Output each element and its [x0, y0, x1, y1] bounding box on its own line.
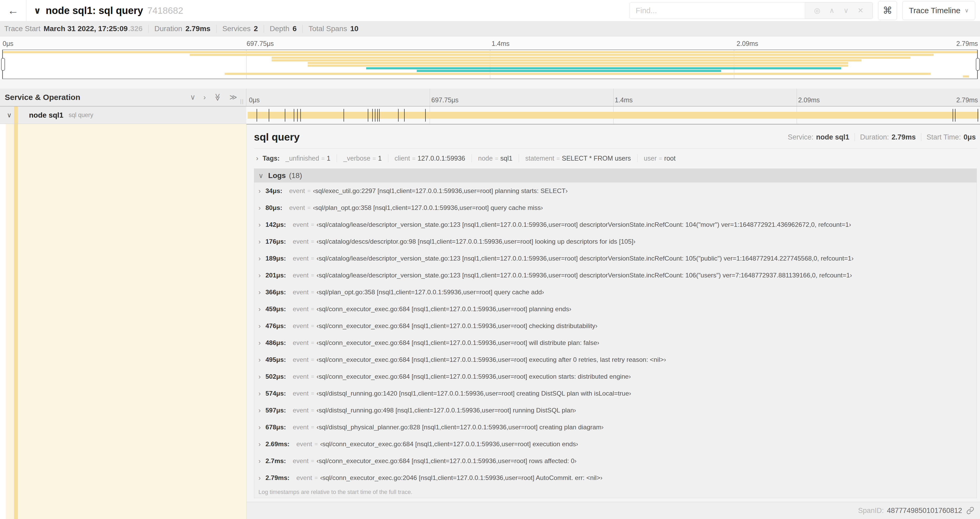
trace-collapse-icon[interactable]: ∨	[34, 5, 41, 16]
log-row[interactable]: ›459μs:event=‹sql/conn_executor_exec.go:…	[254, 301, 977, 318]
back-arrow-icon: ←	[8, 4, 19, 17]
log-equals: =	[311, 356, 314, 363]
tag-equals: =	[372, 155, 376, 162]
minimap-right-scrubber[interactable]	[977, 50, 978, 78]
log-field-name: event	[293, 356, 309, 363]
minimap-left-scrubber[interactable]	[2, 50, 3, 78]
collapse-all-icon[interactable]: ≫	[214, 93, 221, 101]
find-group: ◎ ∧ ∨ ✕	[630, 2, 873, 19]
tag-key: _verbose	[343, 155, 371, 162]
log-event-tick	[425, 109, 426, 121]
span-row-label[interactable]: ∨ node sql1 sql query	[0, 107, 246, 124]
log-row[interactable]: ›597μs:event=‹sql/distsql_running.go:498…	[254, 402, 977, 419]
log-message: ‹sql/conn_executor_exec.go:2046 [nsql1,c…	[320, 474, 603, 482]
logs-header[interactable]: ∨ Logs (18)	[254, 169, 977, 182]
span-row-track[interactable]	[246, 107, 980, 124]
log-equals: =	[311, 390, 314, 397]
next-match-icon[interactable]: ∨	[843, 6, 848, 15]
collapse-one-icon[interactable]: ∨	[190, 94, 196, 101]
log-row[interactable]: ›2.69ms:event=‹sql/conn_executor_exec.go…	[254, 436, 977, 452]
keyboard-shortcuts-button[interactable]: ⌘	[878, 1, 897, 20]
chevron-right-icon: ›	[258, 323, 261, 329]
log-row[interactable]: ›189μs:event=‹sql/catalog/lease/descript…	[254, 250, 977, 267]
service-operation-header: Service & Operation	[5, 93, 80, 102]
log-row[interactable]: ›574μs:event=‹sql/distsql_running.go:142…	[254, 385, 977, 402]
view-select-label: Trace Timeline	[909, 6, 961, 15]
span-tag[interactable]: statement=SELECT * FROM users	[525, 155, 631, 162]
log-row[interactable]: ›2.79ms:event=‹sql/conn_executor_exec.go…	[254, 469, 977, 486]
tags-row[interactable]: › Tags: _unfinished=1_verbose=1client=12…	[254, 154, 977, 162]
clear-find-icon[interactable]: ✕	[858, 6, 864, 15]
separator	[264, 25, 264, 33]
tag-value: SELECT * FROM users	[562, 155, 631, 162]
log-message: ‹sql/catalog/lease/descriptor_version_st…	[317, 221, 851, 228]
chevron-down-icon[interactable]: ∨	[7, 111, 11, 119]
log-message: ‹sql/conn_executor_exec.go:684 [nsql1,cl…	[317, 339, 599, 347]
locate-icon[interactable]: ◎	[814, 6, 820, 15]
ruler-tick-label: 2.09ms	[737, 40, 758, 48]
scrubber-grip[interactable]	[1, 58, 5, 71]
chevron-right-icon: ›	[258, 255, 261, 262]
tag-value: 127.0.0.1:59936	[418, 155, 465, 162]
log-row[interactable]: ›495μs:event=‹sql/conn_executor_exec.go:…	[254, 351, 977, 368]
trace-summary-bar: Trace StartMarch 31 2022, 17:25:09.326Du…	[0, 21, 980, 37]
expand-one-icon[interactable]: ›	[204, 94, 206, 101]
scrubber-grip[interactable]	[976, 58, 980, 71]
gridline	[797, 89, 797, 106]
log-message: ‹sql/conn_executor_exec.go:684 [nsql1,cl…	[320, 441, 578, 448]
log-row[interactable]: ›678μs:event=‹sql/distsql_physical_plann…	[254, 419, 977, 436]
log-timestamp: 476μs:	[266, 322, 286, 330]
log-timestamp: 366μs:	[266, 289, 286, 296]
tag-key: user	[644, 155, 657, 162]
log-timestamp: 486μs:	[266, 339, 286, 347]
minimap-ruler: 0μs697.75μs1.4ms2.09ms2.79ms	[0, 37, 980, 50]
span-tag[interactable]: _verbose=1	[343, 155, 382, 162]
span-tag[interactable]: client=127.0.0.1:59936	[395, 155, 465, 162]
log-timestamp: 201μs:	[266, 271, 286, 279]
log-field-name: event	[293, 255, 309, 262]
column-resize-grip[interactable]: ||	[240, 98, 244, 104]
view-select-button[interactable]: Trace Timeline ∨	[902, 1, 975, 20]
log-timestamp: 2.7ms:	[266, 457, 286, 465]
expand-all-icon[interactable]: ≫	[229, 94, 237, 101]
log-row[interactable]: ›142μs:event=‹sql/catalog/lease/descript…	[254, 216, 977, 233]
gridline	[613, 89, 614, 106]
span-detail-panel: sql query Service: node sql1 Duration: 2…	[246, 124, 980, 519]
timeline-collapse-controls: ∨ › ≫ ≫	[190, 94, 246, 101]
log-row[interactable]: ›2.7ms:event=‹sql/conn_executor_exec.go:…	[254, 452, 977, 469]
span-tag[interactable]: user=root	[644, 155, 676, 162]
minimap-span-bar	[272, 59, 862, 61]
service-label: Service:	[788, 133, 813, 141]
chevron-right-icon: ›	[258, 373, 261, 380]
prev-match-icon[interactable]: ∧	[829, 6, 835, 15]
chevron-right-icon: ›	[256, 155, 258, 162]
minimap-span-bar	[417, 70, 721, 72]
log-event-tick	[953, 109, 953, 121]
log-row[interactable]: ›476μs:event=‹sql/conn_executor_exec.go:…	[254, 318, 977, 334]
log-row[interactable]: ›176μs:event=‹sql/catalog/descs/descript…	[254, 233, 977, 250]
ruler-tick-label: 2.79ms	[956, 40, 978, 48]
log-field-name: event	[293, 221, 309, 228]
span-tag[interactable]: node=sql1	[478, 155, 512, 162]
link-icon[interactable]	[966, 506, 974, 514]
ruler-tick-label: 2.79ms	[956, 96, 978, 104]
service-name: node sql1	[29, 111, 64, 120]
log-row[interactable]: ›502μs:event=‹sql/conn_executor_exec.go:…	[254, 368, 977, 385]
log-row[interactable]: ›80μs:event=‹sql/plan_opt.go:358 [nsql1,…	[254, 200, 977, 216]
tag-key: client	[395, 155, 410, 162]
timeline-header-left: Service & Operation ∨ › ≫ ≫ ||	[0, 89, 246, 106]
span-tag[interactable]: _unfinished=1	[286, 155, 331, 162]
detail-left-gutter	[0, 124, 246, 519]
log-row[interactable]: ›201μs:event=‹sql/catalog/lease/descript…	[254, 267, 977, 284]
find-input[interactable]	[630, 2, 805, 19]
minimap-span-row	[2, 65, 978, 67]
tag-value: root	[664, 155, 676, 162]
log-row[interactable]: ›34μs:event=‹sql/exec_util.go:2297 [nsql…	[254, 182, 977, 200]
log-message: ‹sql/conn_executor_exec.go:684 [nsql1,cl…	[317, 356, 666, 363]
log-row[interactable]: ›366μs:event=‹sql/plan_opt.go:358 [nsql1…	[254, 284, 977, 301]
minimap-span-bar	[308, 65, 848, 67]
back-button[interactable]: ←	[0, 0, 26, 21]
log-row[interactable]: ›486μs:event=‹sql/conn_executor_exec.go:…	[254, 334, 977, 351]
log-event-tick	[372, 109, 373, 121]
trace-minimap[interactable]	[2, 50, 978, 79]
